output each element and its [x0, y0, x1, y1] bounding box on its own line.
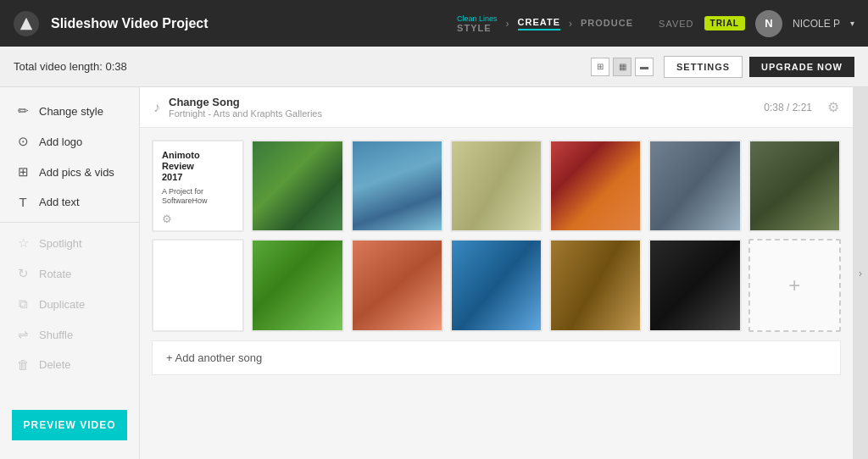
spotlight-icon: ☆	[15, 235, 31, 251]
nav-step-style[interactable]: Clean Lines STYLE	[448, 14, 506, 33]
sidebar-divider	[0, 222, 139, 223]
produce-label: PRODUCE	[581, 18, 633, 30]
photo-color-6	[750, 141, 839, 230]
view-icon-list[interactable]: ▬	[635, 58, 654, 76]
user-dropdown-arrow[interactable]: ▾	[850, 19, 854, 28]
photo-color-12	[650, 241, 739, 329]
shuffle-icon: ⇌	[15, 327, 31, 342]
right-arrow-icon: ›	[859, 268, 862, 279]
sidebar-label-spotlight: Spotlight	[39, 237, 82, 250]
photo-item-8[interactable]	[251, 239, 343, 331]
title-card-subtitle: A Project for SoftwareHow	[162, 187, 236, 207]
pics-icon: ⊞	[15, 164, 31, 180]
sidebar: ✏ Change style ⊙ Add logo ⊞ Add pics & v…	[0, 87, 140, 459]
song-title[interactable]: Change Song	[169, 96, 755, 108]
nav-steps: Clean Lines STYLE › CREATE › PRODUCE	[448, 14, 642, 33]
photo-color-9	[353, 241, 442, 329]
preview-video-button[interactable]: PREVIEW VIDEO	[12, 410, 127, 440]
pencil-icon: ✏	[15, 103, 31, 119]
sidebar-item-add-pics[interactable]: ⊞ Add pics & vids	[0, 157, 139, 187]
song-subtitle: Fortnight - Arts and Kraphts Galleries	[169, 108, 755, 119]
photo-color-4	[551, 141, 640, 230]
photo-item-9[interactable]	[351, 239, 443, 331]
photo-item-3[interactable]	[450, 140, 542, 232]
add-plus-icon: +	[788, 274, 800, 297]
sidebar-item-shuffle: ⇌ Shuffle	[0, 319, 139, 350]
add-another-song-button[interactable]: + Add another song	[152, 340, 841, 375]
view-icons: ⊞ ▦ ▬	[591, 58, 654, 76]
right-scroll-handle[interactable]: ›	[853, 87, 868, 459]
photo-color-10	[452, 241, 541, 329]
gear-icon[interactable]: ⚙	[827, 99, 839, 115]
photo-item-6[interactable]	[748, 140, 841, 232]
toolbar: Total video length: 0:38 ⊞ ▦ ▬ SETTINGS …	[0, 47, 868, 87]
settings-button[interactable]: SETTINGS	[664, 56, 743, 78]
sidebar-item-rotate: ↻ Rotate	[0, 258, 139, 289]
logo-icon: ⊙	[15, 134, 31, 149]
view-icon-grid-medium[interactable]: ▦	[613, 58, 632, 76]
sidebar-item-add-logo[interactable]: ⊙ Add logo	[0, 126, 139, 157]
music-icon: ♪	[153, 100, 160, 115]
photo-color-2	[353, 141, 442, 230]
photo-color-3	[452, 141, 541, 230]
svg-marker-0	[20, 17, 32, 29]
style-sub: Clean Lines	[457, 14, 498, 23]
photo-item-10[interactable]	[450, 239, 542, 331]
sidebar-label-duplicate: Duplicate	[39, 298, 85, 311]
sidebar-label-add-pics: Add pics & vids	[39, 166, 114, 179]
photo-grid: Animoto Review 2017 A Project for Softwa…	[140, 128, 853, 332]
add-media-card[interactable]: +	[748, 239, 841, 331]
sidebar-item-change-style[interactable]: ✏ Change style	[0, 96, 139, 126]
song-bar: ♪ Change Song Fortnight - Arts and Kraph…	[140, 87, 853, 128]
song-time: 0:38 / 2:21	[764, 102, 812, 113]
sidebar-item-add-text[interactable]: T Add text	[0, 187, 139, 217]
sidebar-item-spotlight: ☆ Spotlight	[0, 228, 139, 258]
style-label: STYLE	[457, 23, 491, 35]
title-card-settings-icon[interactable]: ⚙	[162, 213, 172, 225]
photo-item-7[interactable]	[152, 239, 244, 331]
nav-step-create[interactable]: CREATE	[509, 17, 569, 30]
create-label: CREATE	[518, 17, 560, 30]
nav-right: SAVED TRIAL N NICOLE P ▾	[659, 10, 854, 37]
sidebar-label-delete: Delete	[39, 358, 71, 371]
sidebar-label-add-logo: Add logo	[39, 135, 82, 148]
rotate-icon: ↻	[15, 266, 31, 281]
title-card[interactable]: Animoto Review 2017 A Project for Softwa…	[152, 140, 244, 232]
sidebar-label-rotate: Rotate	[39, 268, 71, 280]
user-label: NICOLE P	[793, 18, 840, 30]
content-area: ♪ Change Song Fortnight - Arts and Kraph…	[140, 87, 853, 459]
nav-step-produce[interactable]: PRODUCE	[572, 18, 642, 30]
photo-color-5	[650, 141, 739, 230]
sidebar-bottom: PREVIEW VIDEO	[0, 400, 139, 451]
photo-item-11[interactable]	[549, 239, 642, 331]
top-navigation: Slideshow Video Project Clean Lines STYL…	[0, 0, 868, 47]
saved-label: SAVED	[659, 19, 693, 29]
photo-item-2[interactable]	[351, 140, 443, 232]
sidebar-item-duplicate: ⧉ Duplicate	[0, 289, 139, 319]
duplicate-icon: ⧉	[15, 296, 31, 312]
project-title: Slideshow Video Project	[51, 16, 209, 31]
text-icon: T	[15, 195, 31, 209]
avatar[interactable]: N	[755, 10, 782, 37]
delete-icon: 🗑	[15, 357, 31, 372]
sidebar-label-shuffle: Shuffle	[39, 329, 73, 341]
photo-color-1	[253, 141, 342, 230]
upgrade-button[interactable]: UPGRADE NOW	[749, 57, 854, 77]
photo-color-11	[551, 241, 640, 329]
photo-color-8	[253, 241, 342, 329]
title-card-title: Animoto Review 2017	[162, 150, 236, 184]
app-logo[interactable]	[14, 11, 39, 36]
view-icon-grid-small[interactable]: ⊞	[591, 58, 609, 76]
photo-item-4[interactable]	[549, 140, 642, 232]
song-info: Change Song Fortnight - Arts and Kraphts…	[169, 96, 755, 119]
sidebar-label-change-style: Change style	[39, 105, 103, 118]
trial-badge[interactable]: TRIAL	[704, 16, 745, 30]
photo-item-5[interactable]	[648, 140, 741, 232]
sidebar-label-add-text: Add text	[39, 196, 80, 208]
total-length-label: Total video length: 0:38	[14, 60, 127, 73]
photo-item-12[interactable]	[648, 239, 741, 331]
photo-item-1[interactable]	[251, 140, 343, 232]
sidebar-item-delete: 🗑 Delete	[0, 350, 139, 379]
main-layout: ✏ Change style ⊙ Add logo ⊞ Add pics & v…	[0, 87, 868, 459]
